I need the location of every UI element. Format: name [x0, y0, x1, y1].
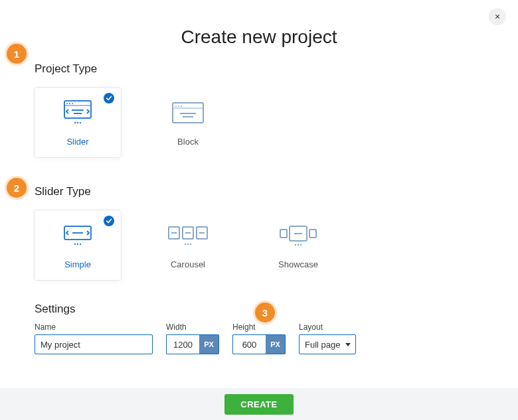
footer: CREATE — [0, 388, 518, 420]
svg-point-20 — [77, 244, 78, 245]
block-icon — [172, 98, 204, 127]
slider-type-carousel-label: Carousel — [171, 259, 205, 269]
project-type-block[interactable]: Block — [145, 88, 231, 157]
slider-type-options: Simple Carousel — [35, 210, 491, 280]
project-type-heading: Project Type — [35, 62, 491, 76]
close-icon: × — [495, 11, 500, 22]
svg-point-2 — [69, 103, 70, 104]
svg-point-28 — [185, 244, 186, 245]
slider-type-simple[interactable]: Simple — [35, 210, 121, 280]
simple-icon — [60, 221, 96, 250]
step-badge-3: 3 — [255, 303, 275, 322]
dialog-title: Create new project — [0, 27, 518, 48]
svg-point-19 — [74, 244, 76, 245]
svg-point-12 — [178, 105, 179, 107]
close-button[interactable]: × — [489, 8, 506, 25]
svg-point-8 — [77, 122, 78, 123]
selected-check-icon — [104, 216, 114, 226]
selected-check-icon — [104, 93, 114, 104]
slider-type-showcase-label: Showcase — [278, 259, 318, 269]
svg-point-11 — [175, 105, 177, 107]
svg-rect-31 — [280, 230, 287, 238]
step-badge-2: 2 — [7, 178, 27, 198]
height-unit[interactable]: PX — [266, 334, 286, 354]
svg-point-3 — [72, 103, 73, 104]
svg-point-7 — [74, 122, 76, 123]
svg-point-36 — [298, 244, 299, 245]
width-unit[interactable]: PX — [199, 334, 219, 354]
project-type-block-label: Block — [177, 137, 199, 147]
step-badge-1: 1 — [7, 44, 27, 64]
slider-type-heading: Slider Type — [35, 185, 491, 198]
project-type-options: Slider Block — [35, 88, 491, 157]
svg-point-9 — [80, 122, 81, 123]
name-label: Name — [35, 322, 153, 332]
height-label: Height — [232, 322, 286, 332]
project-type-slider[interactable]: Slider — [35, 88, 121, 157]
layout-select[interactable]: Full page — [299, 334, 356, 354]
slider-type-carousel[interactable]: Carousel — [145, 210, 231, 280]
svg-point-29 — [187, 244, 189, 245]
layout-label: Layout — [299, 322, 356, 332]
svg-point-35 — [295, 244, 296, 245]
width-input[interactable] — [166, 334, 199, 354]
slider-type-showcase[interactable]: Showcase — [255, 210, 341, 280]
width-label: Width — [166, 322, 219, 332]
carousel-icon — [167, 221, 209, 250]
svg-point-30 — [190, 244, 191, 245]
svg-point-13 — [181, 105, 182, 107]
showcase-icon — [279, 221, 317, 250]
slider-icon — [60, 98, 96, 127]
name-input[interactable] — [35, 334, 153, 354]
svg-rect-32 — [309, 230, 316, 238]
project-type-slider-label: Slider — [66, 137, 88, 147]
svg-point-37 — [300, 244, 302, 245]
svg-point-21 — [80, 244, 81, 245]
create-button[interactable]: CREATE — [224, 394, 293, 415]
svg-point-1 — [66, 103, 68, 104]
height-input[interactable] — [232, 334, 266, 354]
slider-type-simple-label: Simple — [64, 259, 91, 269]
